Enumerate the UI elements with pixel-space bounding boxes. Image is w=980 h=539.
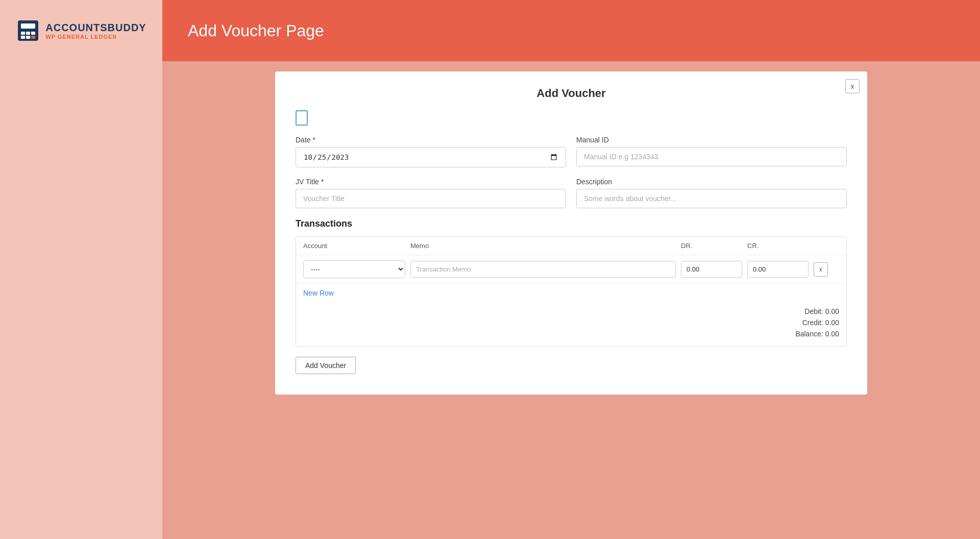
logo-name: ACCOUNTSBUDDY bbox=[45, 22, 146, 34]
svg-rect-4 bbox=[31, 32, 35, 35]
add-voucher-button[interactable]: Add Voucher bbox=[296, 357, 356, 374]
manual-id-input[interactable] bbox=[576, 147, 847, 166]
col-dr: DR. bbox=[681, 242, 742, 250]
form-title: Add Voucher bbox=[296, 87, 847, 100]
jv-title-input[interactable] bbox=[296, 189, 566, 208]
dr-input[interactable] bbox=[681, 261, 742, 278]
calculator-icon bbox=[16, 18, 40, 43]
header: ACCOUNTSBUDDY WP GENERAL LEDGER Add Vouc… bbox=[0, 0, 980, 61]
date-label: Date * bbox=[296, 136, 566, 144]
page-title-bar: Add Voucher Page bbox=[162, 0, 980, 61]
account-select[interactable]: ---- bbox=[303, 260, 405, 278]
svg-rect-1 bbox=[21, 23, 35, 29]
date-input[interactable] bbox=[296, 147, 566, 167]
cr-input[interactable] bbox=[747, 261, 808, 278]
close-button[interactable]: x bbox=[845, 79, 860, 93]
svg-rect-6 bbox=[26, 36, 30, 39]
manual-id-label: Manual ID bbox=[576, 136, 847, 144]
memo-input[interactable] bbox=[410, 261, 676, 278]
main-area: Add Voucher x Date * Manual ID bbox=[0, 61, 980, 539]
col-account: Account bbox=[303, 242, 405, 250]
svg-rect-2 bbox=[21, 32, 25, 35]
col-cr: CR. bbox=[747, 242, 808, 250]
description-input[interactable] bbox=[576, 189, 847, 208]
logo-inner: ACCOUNTSBUDDY WP GENERAL LEDGER bbox=[16, 18, 146, 43]
new-row-link[interactable]: New Row bbox=[296, 284, 341, 302]
row-delete-button[interactable]: x bbox=[814, 262, 828, 277]
svg-rect-5 bbox=[21, 36, 25, 39]
checkbox-row bbox=[296, 110, 847, 126]
table-header: Account Memo DR. CR. bbox=[296, 237, 846, 255]
balance-value: 0.00 bbox=[825, 330, 839, 338]
form-checkbox[interactable] bbox=[296, 110, 308, 126]
description-group: Description bbox=[576, 178, 847, 208]
credit-value: 0.00 bbox=[825, 318, 839, 327]
logo-text: ACCOUNTSBUDDY WP GENERAL LEDGER bbox=[45, 22, 146, 40]
sidebar bbox=[0, 61, 162, 539]
page-title: Add Voucher Page bbox=[188, 21, 324, 40]
jv-title-group: JV Title * bbox=[296, 178, 566, 208]
debit-value: 0.00 bbox=[825, 307, 839, 315]
svg-rect-7 bbox=[31, 36, 35, 39]
svg-rect-3 bbox=[26, 32, 30, 35]
logo-area: ACCOUNTSBUDDY WP GENERAL LEDGER bbox=[0, 0, 162, 61]
col-memo: Memo bbox=[410, 242, 676, 250]
col-actions bbox=[814, 242, 839, 250]
transactions-title: Transactions bbox=[296, 218, 847, 229]
manual-id-group: Manual ID bbox=[576, 136, 847, 167]
balance-label: Balance: bbox=[795, 330, 823, 338]
form-card: Add Voucher x Date * Manual ID bbox=[275, 71, 867, 395]
form-row-2: JV Title * Description bbox=[296, 178, 847, 208]
debit-label: Debit: bbox=[804, 307, 823, 315]
new-row-container: New Row bbox=[296, 284, 846, 302]
totals-section: Debit: 0.00 Credit: 0.00 Balance: 0.00 bbox=[296, 302, 846, 346]
debit-total: Debit: 0.00 bbox=[303, 307, 839, 315]
transactions-table: Account Memo DR. CR. ---- x bbox=[296, 236, 847, 347]
jv-title-label: JV Title * bbox=[296, 178, 566, 186]
form-row-1: Date * Manual ID bbox=[296, 136, 847, 167]
date-group: Date * bbox=[296, 136, 566, 167]
content-area: Add Voucher x Date * Manual ID bbox=[162, 61, 980, 539]
logo-sub: WP GENERAL LEDGER bbox=[45, 34, 146, 40]
table-row: ---- x bbox=[296, 255, 846, 284]
credit-label: Credit: bbox=[802, 318, 823, 327]
credit-total: Credit: 0.00 bbox=[303, 318, 839, 327]
description-label: Description bbox=[576, 178, 847, 186]
balance-total: Balance: 0.00 bbox=[303, 330, 839, 338]
